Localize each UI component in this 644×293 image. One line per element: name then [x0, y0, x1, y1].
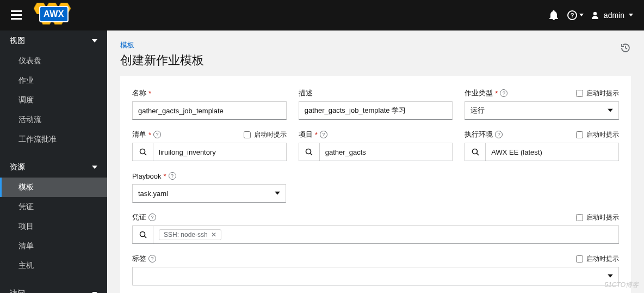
- label-playbook: Playbook*?: [132, 172, 176, 180]
- svg-point-24: [140, 232, 145, 237]
- page-title: 创建新作业模板: [120, 52, 204, 69]
- chevron-down-icon: [92, 39, 97, 43]
- help-icon[interactable]: ?: [148, 255, 156, 263]
- sidebar-group-view[interactable]: 视图: [0, 30, 107, 51]
- credential-chip[interactable]: SSH: node-ssh✕: [159, 229, 221, 240]
- svg-marker-16: [608, 109, 613, 112]
- svg-marker-14: [92, 166, 97, 169]
- chevron-down-icon: [608, 274, 613, 278]
- svg-rect-2: [11, 18, 22, 20]
- playbook-select[interactable]: task.yaml: [132, 184, 286, 203]
- sidebar-item-inventories[interactable]: 清单: [0, 236, 107, 256]
- sidebar-item-schedules[interactable]: 调度: [0, 90, 107, 110]
- sidebar-item-dashboard[interactable]: 仪表盘: [0, 51, 107, 71]
- name-input[interactable]: [132, 101, 287, 120]
- svg-line-18: [144, 154, 146, 156]
- topbar: AWX ? admin: [0, 0, 644, 30]
- svg-point-11: [593, 12, 597, 15]
- prompt-labels[interactable]: 启动时提示: [576, 254, 619, 264]
- prompt-execution-env[interactable]: 启动时提示: [576, 130, 619, 139]
- chevron-down-icon: [92, 166, 97, 169]
- sidebar-item-wf-approvals[interactable]: 工作流批准: [0, 130, 107, 149]
- svg-line-22: [476, 154, 479, 156]
- history-icon[interactable]: [620, 40, 631, 56]
- svg-marker-23: [275, 192, 280, 195]
- svg-marker-26: [608, 274, 613, 278]
- app-logo[interactable]: AWX: [34, 3, 83, 28]
- svg-rect-0: [11, 10, 22, 12]
- label-project: 项目*?: [299, 130, 327, 139]
- sidebar-group-resources[interactable]: 资源: [0, 157, 107, 178]
- help-icon[interactable]: ?: [153, 131, 161, 138]
- help-icon[interactable]: ?: [500, 89, 507, 97]
- watermark: 51CTO博客: [605, 280, 639, 290]
- label-labels: 标签?: [132, 254, 156, 264]
- inventory-lookup[interactable]: liruilong_inventory: [132, 143, 287, 161]
- help-icon[interactable]: ?: [320, 131, 327, 138]
- chevron-down-icon: [275, 192, 280, 196]
- logo-text: AWX: [39, 6, 69, 22]
- help-icon[interactable]: ?: [148, 213, 156, 221]
- execution-env-lookup[interactable]: AWX EE (latest): [465, 143, 619, 161]
- svg-line-20: [311, 154, 313, 156]
- svg-text:?: ?: [570, 12, 574, 19]
- label-description: 描述: [299, 88, 313, 98]
- sidebar-item-templates[interactable]: 模板: [0, 178, 107, 197]
- labels-select[interactable]: [132, 267, 619, 285]
- label-credentials: 凭证?: [132, 212, 156, 222]
- help-icon[interactable]: ?: [169, 172, 176, 180]
- credentials-lookup[interactable]: SSH: node-ssh✕: [132, 225, 619, 244]
- project-lookup[interactable]: gather_gacts: [299, 143, 453, 161]
- main-content: 模板 创建新作业模板 名称* 描述: [107, 30, 644, 293]
- svg-marker-13: [92, 39, 97, 42]
- chevron-down-icon: [608, 109, 613, 113]
- job-type-select[interactable]: 运行: [465, 101, 619, 120]
- chevron-down-icon: [629, 14, 633, 17]
- svg-marker-12: [629, 14, 633, 16]
- sidebar-item-jobs[interactable]: 作业: [0, 71, 107, 90]
- help-icon[interactable]: ?: [495, 131, 503, 138]
- sidebar-item-activity[interactable]: 活动流: [0, 110, 107, 130]
- label-execution-env: 执行环境?: [465, 130, 503, 139]
- sidebar: 视图 仪表盘 作业 调度 活动流 工作流批准 资源 模板 凭证 项目 清单 主机…: [0, 30, 107, 293]
- search-icon[interactable]: [299, 143, 320, 161]
- user-menu[interactable]: admin: [591, 11, 633, 20]
- prompt-job-type[interactable]: 启动时提示: [576, 89, 619, 98]
- help-icon[interactable]: ?: [565, 10, 586, 20]
- sidebar-item-hosts[interactable]: 主机: [0, 256, 107, 276]
- sidebar-item-credentials[interactable]: 凭证: [0, 197, 107, 217]
- prompt-credentials[interactable]: 启动时提示: [576, 213, 619, 222]
- search-icon[interactable]: [133, 143, 153, 161]
- svg-rect-1: [11, 14, 22, 16]
- username-label: admin: [604, 11, 624, 20]
- breadcrumb[interactable]: 模板: [120, 40, 204, 50]
- search-icon[interactable]: [133, 226, 153, 243]
- hamburger-menu-icon[interactable]: [11, 10, 22, 20]
- svg-point-17: [140, 149, 145, 154]
- prompt-inventory[interactable]: 启动时提示: [244, 130, 287, 139]
- sidebar-group-access[interactable]: 访问: [0, 283, 107, 293]
- label-inventory: 清单*?: [132, 130, 161, 139]
- description-input[interactable]: [299, 101, 453, 120]
- user-icon: [591, 11, 599, 20]
- sidebar-item-projects[interactable]: 项目: [0, 217, 107, 236]
- close-icon[interactable]: ✕: [211, 231, 216, 239]
- label-job-type: 作业类型*?: [465, 88, 507, 98]
- label-name: 名称*: [132, 88, 151, 98]
- notifications-icon[interactable]: [543, 10, 565, 20]
- search-icon[interactable]: [465, 143, 486, 161]
- form-card: 名称* 描述 作业类型*? 启动时提示 运行: [120, 76, 631, 293]
- svg-line-25: [144, 236, 146, 239]
- svg-marker-10: [579, 14, 584, 16]
- svg-point-19: [306, 149, 311, 154]
- svg-point-21: [472, 149, 477, 154]
